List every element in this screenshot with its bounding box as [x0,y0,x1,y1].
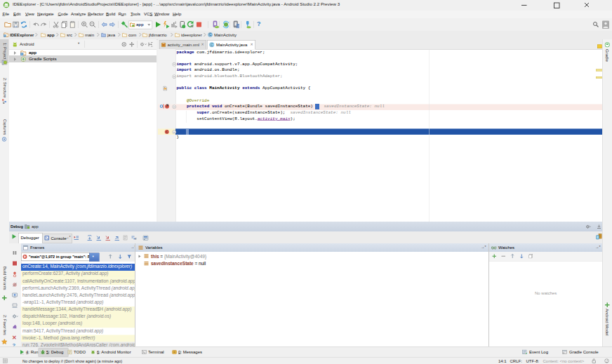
svg-text:I: I [135,237,137,241]
svg-text:C: C [211,43,213,47]
svg-text:z: z [526,351,527,355]
